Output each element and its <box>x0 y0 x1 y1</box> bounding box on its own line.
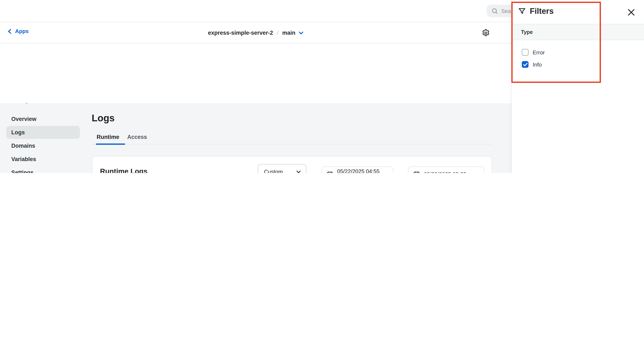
page-title: Logs <box>92 112 115 124</box>
close-icon <box>627 8 635 16</box>
info-checkbox[interactable] <box>522 61 528 68</box>
search-placeholder: Sea <box>501 8 511 14</box>
date-range-to-label: to <box>397 172 401 173</box>
sidebar-nav: Overview Logs Domains Variables Settings <box>6 112 80 173</box>
filter-option-error[interactable]: Error <box>522 49 545 56</box>
sidebar-item-settings[interactable]: Settings <box>6 166 80 173</box>
environment-selector[interactable]: main <box>282 30 304 36</box>
breadcrumb: express-simple-server-2 / main <box>0 22 511 44</box>
calendar-icon <box>414 171 420 173</box>
breadcrumb-separator: / <box>276 29 279 36</box>
filter-section-type: Type <box>512 24 644 40</box>
filters-panel-header: Filters <box>512 0 644 24</box>
error-checkbox[interactable] <box>522 49 528 56</box>
date-range-preset-select[interactable]: Custom <box>258 164 306 173</box>
date-to-input[interactable]: 05/22/2025 05:25 pm <box>408 166 484 173</box>
filters-panel-title: Filters <box>530 7 554 16</box>
chevron-down-icon <box>299 31 304 34</box>
sidebar-item-overview[interactable]: Overview <box>6 112 80 126</box>
tab-access[interactable]: Access <box>127 130 147 144</box>
search-icon <box>492 8 498 14</box>
settings-gear-button[interactable] <box>481 28 491 38</box>
app-window: Sea Apps express-simple-server-2 / main … <box>0 0 644 173</box>
filter-option-info[interactable]: Info <box>522 61 542 68</box>
sidebar-item-domains[interactable]: Domains <box>6 139 80 152</box>
filter-funnel-icon <box>518 8 526 15</box>
sidebar-item-logs[interactable]: Logs <box>6 126 80 139</box>
active-tab-underline <box>96 144 125 145</box>
runtime-logs-card: Runtime Logs Output logs of your Node.js… <box>92 156 492 173</box>
tab-runtime[interactable]: Runtime <box>97 130 119 144</box>
logs-tabs: Runtime Access <box>92 130 492 144</box>
check-icon <box>523 62 528 66</box>
calendar-icon <box>327 171 333 173</box>
close-filters-button[interactable] <box>627 8 636 16</box>
filters-panel: Filters Type Error Info <box>511 0 644 173</box>
gear-icon <box>481 28 490 38</box>
breadcrumb-app-name[interactable]: express-simple-server-2 <box>208 30 273 36</box>
chevron-down-icon <box>296 170 301 173</box>
card-title: Runtime Logs <box>100 167 148 173</box>
sidebar-item-variables[interactable]: Variables <box>6 153 80 166</box>
date-from-input[interactable]: 05/22/2025 04:55 pm <box>321 166 393 173</box>
